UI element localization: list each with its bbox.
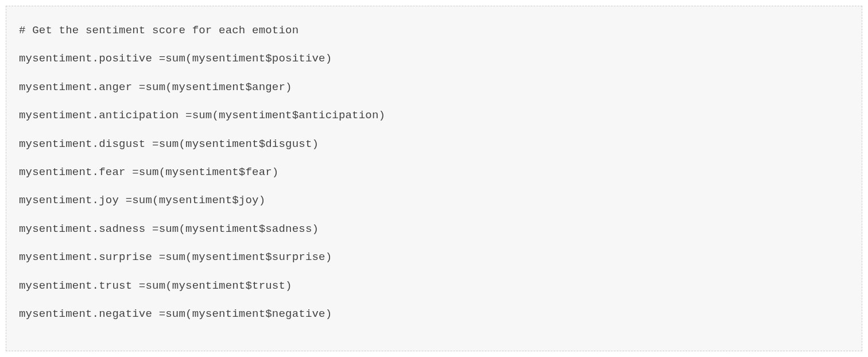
code-line: mysentiment.fear =sum(mysentiment$fear) xyxy=(19,158,849,187)
code-line: mysentiment.positive =sum(mysentiment$po… xyxy=(19,45,849,73)
code-line: # Get the sentiment score for each emoti… xyxy=(19,17,849,45)
code-block: # Get the sentiment score for each emoti… xyxy=(6,6,862,351)
code-line: mysentiment.negative =sum(mysentiment$ne… xyxy=(19,300,849,328)
code-line: mysentiment.surprise =sum(mysentiment$su… xyxy=(19,243,849,271)
code-line: mysentiment.sadness =sum(mysentiment$sad… xyxy=(19,215,849,243)
code-line: mysentiment.trust =sum(mysentiment$trust… xyxy=(19,272,849,300)
code-line: mysentiment.disgust =sum(mysentiment$dis… xyxy=(19,130,849,158)
code-line: mysentiment.anticipation =sum(mysentimen… xyxy=(19,102,849,130)
code-line: mysentiment.joy =sum(mysentiment$joy) xyxy=(19,187,849,215)
code-line: mysentiment.anger =sum(mysentiment$anger… xyxy=(19,73,849,102)
